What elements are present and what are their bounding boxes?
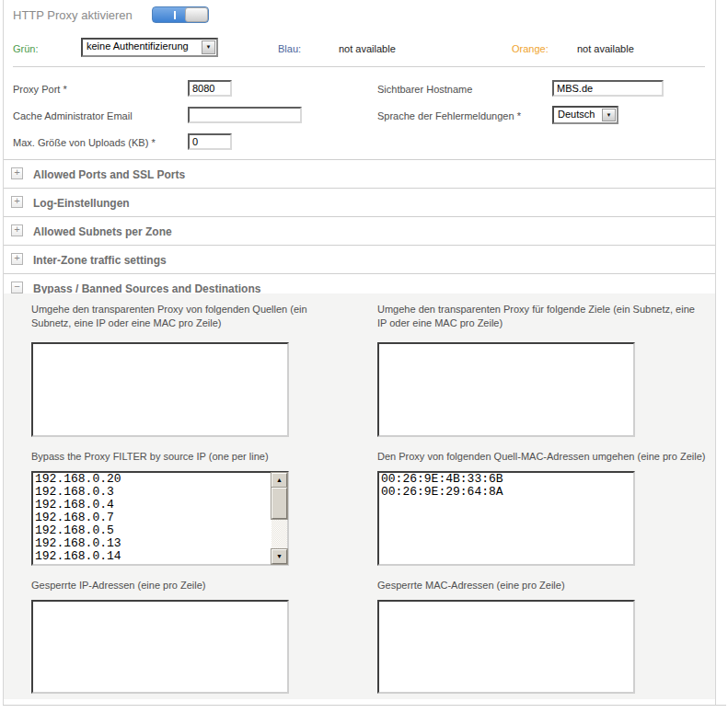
visible-hostname-input[interactable] bbox=[552, 80, 664, 97]
bypass-src-textarea[interactable] bbox=[31, 342, 289, 437]
divider bbox=[4, 245, 715, 246]
scroll-down-icon[interactable]: ▼ bbox=[272, 549, 287, 564]
chevron-down-icon[interactable]: ▼ bbox=[202, 40, 215, 54]
divider bbox=[4, 188, 715, 189]
zone-green-label: Grün: bbox=[13, 43, 39, 54]
bypass-dst-textarea[interactable] bbox=[377, 342, 635, 437]
error-language-label: Sprache der Fehlermeldungen * bbox=[377, 110, 521, 121]
divider bbox=[4, 273, 715, 274]
divider bbox=[4, 216, 715, 217]
http-proxy-settings-page: HTTP Proxy aktivieren Grün: keine Authen… bbox=[0, 0, 728, 713]
banned-ip-textarea[interactable] bbox=[31, 600, 289, 694]
zone-blue-status: not available bbox=[339, 43, 396, 54]
page-title: HTTP Proxy aktivieren bbox=[13, 8, 133, 22]
divider bbox=[13, 66, 705, 67]
toggle-knob[interactable] bbox=[185, 7, 208, 22]
divider bbox=[4, 159, 715, 160]
section-label: Allowed Ports and SSL Ports bbox=[33, 168, 185, 181]
error-language-selected-value: Deutsch bbox=[558, 109, 595, 120]
section-label: Inter-Zone traffic settings bbox=[33, 254, 167, 267]
cache-admin-email-label: Cache Administrator Email bbox=[13, 110, 133, 121]
error-language-select[interactable]: Deutsch ▼ bbox=[552, 106, 618, 124]
green-auth-selected-value: keine Authentifizierung bbox=[87, 40, 189, 52]
src-mac-bypass-label: Den Proxy von folgenden Quell-MAC-Adress… bbox=[377, 450, 718, 464]
plus-icon[interactable]: + bbox=[11, 224, 23, 236]
http-proxy-toggle[interactable] bbox=[152, 6, 209, 23]
bypass-src-label: Umgehe den transparenten Proxy von folge… bbox=[31, 303, 328, 330]
cache-admin-email-input[interactable] bbox=[188, 107, 302, 123]
plus-icon[interactable]: + bbox=[11, 253, 23, 265]
zone-orange-status: not available bbox=[577, 43, 634, 54]
bottom-divider bbox=[3, 705, 726, 706]
toggle-on-icon bbox=[174, 11, 176, 19]
banned-ip-label: Gesperrte IP-Adressen (eine pro Zeile) bbox=[31, 579, 363, 592]
proxy-port-input[interactable] bbox=[188, 80, 232, 97]
chevron-down-icon[interactable]: ▼ bbox=[602, 109, 616, 121]
bypass-dst-label: Umgehe den transparenten Proxy für folge… bbox=[377, 303, 701, 330]
banned-mac-textarea[interactable] bbox=[377, 600, 635, 694]
proxy-port-label: Proxy Port * bbox=[13, 84, 67, 95]
max-upload-size-input[interactable] bbox=[188, 133, 232, 150]
filter-bypass-ip-label: Bypass the Proxy FILTER by source IP (on… bbox=[31, 450, 363, 464]
minus-icon[interactable]: − bbox=[11, 282, 23, 293]
src-mac-bypass-textarea[interactable]: 00:26:9E:4B:33:6B 00:26:9E:29:64:8A bbox=[377, 471, 635, 566]
green-auth-select[interactable]: keine Authentifizierung ▼ bbox=[81, 38, 218, 57]
banned-mac-label: Gesperrte MAC-Adressen (eine pro Zeile) bbox=[377, 579, 718, 592]
filter-bypass-ip-textarea[interactable]: 192.168.0.20 192.168.0.3 192.168.0.4 192… bbox=[31, 471, 289, 566]
visible-hostname-label: Sichtbarer Hostname bbox=[377, 84, 472, 95]
zone-orange-label: Orange: bbox=[512, 43, 549, 54]
plus-icon[interactable]: + bbox=[11, 196, 23, 208]
zone-blue-label: Blau: bbox=[278, 43, 301, 54]
section-label: Log-Einstellungen bbox=[33, 197, 130, 210]
plus-icon[interactable]: + bbox=[11, 167, 23, 179]
section-label: Allowed Subnets per Zone bbox=[33, 225, 172, 238]
scroll-up-icon[interactable]: ▲ bbox=[272, 473, 287, 488]
max-upload-size-label: Max. Größe von Uploads (KB) * bbox=[13, 137, 156, 148]
right-border bbox=[715, 0, 716, 705]
scrollbar-thumb[interactable] bbox=[272, 488, 287, 519]
scrollbar[interactable]: ▲ ▼ bbox=[272, 473, 287, 564]
